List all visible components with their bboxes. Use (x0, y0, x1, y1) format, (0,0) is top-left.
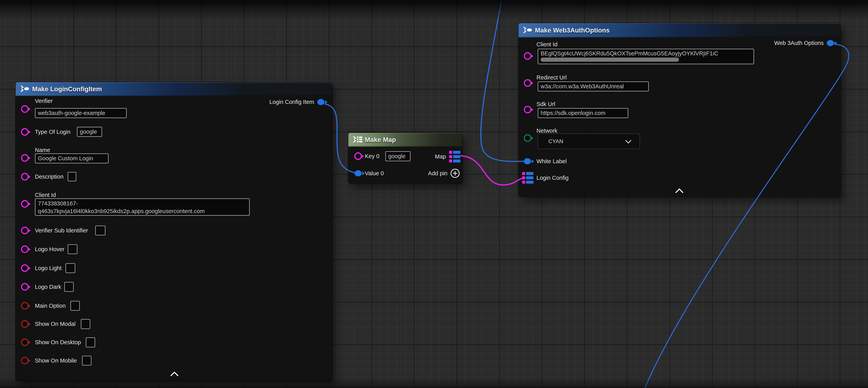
show-on-modal-checkbox[interactable] (81, 319, 90, 329)
show-on-modal-pin[interactable] (21, 320, 29, 328)
pin-label-sdk-url: Sdk Url (536, 101, 555, 108)
network-pin[interactable] (524, 134, 532, 142)
show-on-desktop-checkbox[interactable] (86, 337, 95, 348)
logo-light-pin[interactable] (21, 264, 29, 272)
pin-label-value-0: Value 0 (365, 170, 384, 177)
pin-label-network: Network (536, 127, 557, 134)
pin-label-name: Name (35, 147, 50, 153)
main-option-checkbox[interactable] (70, 301, 80, 311)
sdk-url-field[interactable]: https://sdk.openlogin.com (538, 108, 628, 118)
redirect-url-pin[interactable] (524, 79, 532, 87)
verifier-sub-identifier-pin[interactable] (21, 227, 29, 234)
pin-label-logo-dark: Logo Dark (35, 284, 61, 290)
node-header[interactable]: Make LoginConfigItem (16, 82, 332, 96)
logo-hover-field[interactable] (68, 244, 78, 254)
pin-label-verifier: Verifier (35, 98, 53, 104)
pin-label-type-of-login: Type Of Login (35, 129, 70, 135)
output-login-config-item: Login Config Item (270, 99, 324, 105)
horizontal-scrollbar[interactable] (540, 58, 679, 62)
node-title: Make Map (365, 136, 396, 144)
make-struct-icon (523, 26, 532, 34)
show-on-mobile-pin[interactable] (21, 357, 29, 364)
output-map: Map (435, 151, 460, 162)
name-field[interactable]: Google Custom Login (35, 153, 108, 163)
description-field[interactable] (68, 172, 76, 181)
key-0-field[interactable]: google (385, 151, 410, 161)
pin-label-white-label: White Label (536, 158, 567, 165)
pin-label-verifier-sub-identifier: Verifier Sub Identifier (35, 227, 88, 234)
redirect-url-field[interactable]: w3a://com.w3a.Web3AuthUnreal (538, 82, 649, 91)
pin-label-redirect-url: Redirect Url (536, 74, 567, 81)
chevron-down-icon (625, 138, 631, 144)
output-pin-label: Login Config Item (270, 99, 314, 105)
main-option-pin[interactable] (21, 302, 29, 310)
node-body (16, 96, 332, 381)
verifier-sub-identifier-field[interactable] (95, 226, 105, 235)
client-id-field[interactable]: BEglQSgt4cUWcj6SKRdu5QkOXTsePmMcusG5EAoy… (538, 49, 754, 64)
show-on-desktop-pin[interactable] (21, 338, 29, 346)
login-config-item-pin[interactable] (317, 99, 324, 105)
verifier-pin[interactable] (21, 105, 29, 113)
logo-dark-field[interactable] (64, 282, 74, 292)
pin-label-show-on-desktop: Show On Desktop (35, 339, 81, 346)
pin-label-logo-hover: Logo Hover (35, 246, 64, 252)
key-0-pin[interactable] (354, 152, 362, 160)
blueprint-graph-canvas[interactable]: Make LoginConfigItem Login Config Item V… (0, 0, 868, 388)
output-web3auth-options: Web 3Auth Options (774, 40, 834, 46)
logo-light-field[interactable] (65, 263, 75, 273)
client-id-field[interactable]: 774338308167- q463s7kpvja16l4l0kko3nb925… (35, 198, 250, 216)
pin-label-description: Description (35, 174, 63, 180)
node-header[interactable]: Make Map (348, 133, 462, 147)
logo-hover-pin[interactable] (21, 245, 29, 253)
map-output-pin[interactable] (449, 151, 460, 162)
client-id-line-2: q463s7kpvja16l4l0kko3nb925ikds2p.apps.go… (38, 207, 247, 215)
web3auth-options-pin[interactable] (827, 40, 834, 46)
name-pin[interactable] (21, 154, 29, 162)
output-pin-label: Web 3Auth Options (774, 40, 824, 46)
add-pin-icon[interactable] (451, 169, 460, 178)
pin-label-client-id: Client Id (35, 192, 56, 198)
pin-label-login-config: Login Config (536, 175, 569, 181)
pin-label-client-id: Client Id (536, 41, 557, 48)
node-title: Make LoginConfigItem (32, 85, 102, 93)
node-make-loginconfigitem[interactable]: Make LoginConfigItem Login Config Item V… (16, 82, 332, 381)
type-of-login-pin[interactable] (21, 128, 29, 136)
node-title: Make Web3AuthOptions (535, 27, 610, 34)
client-id-pin[interactable] (524, 52, 532, 60)
pin-label-show-on-mobile: Show On Mobile (35, 357, 77, 364)
node-make-map[interactable]: Make Map Key 0 google Map Value 0 Add pi… (348, 133, 462, 183)
node-header[interactable]: Make Web3AuthOptions (518, 23, 841, 37)
value-0-pin[interactable] (354, 170, 362, 176)
client-id-line-1: 774338308167- (38, 200, 247, 207)
network-selected-value: CYAN (548, 138, 563, 145)
make-struct-icon (20, 85, 29, 93)
verifier-field[interactable]: web3auth-google-example (35, 108, 127, 118)
add-pin-row[interactable]: Add pin (428, 169, 460, 178)
type-of-login-field[interactable]: google (77, 127, 102, 137)
logo-dark-pin[interactable] (21, 283, 29, 291)
pin-label-show-on-modal: Show On Modal (35, 321, 75, 327)
pin-label-main-option: Main Option (35, 303, 66, 309)
map-pin-label: Map (435, 153, 446, 160)
node-make-web3authoptions[interactable]: Make Web3AuthOptions Web 3Auth Options C… (518, 23, 841, 197)
pin-label-logo-light: Logo Light (35, 265, 61, 271)
client-id-value: BEglQSgt4cUWcj6SKRdu5QkOXTsePmMcusG5EAoy… (540, 50, 718, 57)
make-map-icon (352, 136, 363, 144)
show-on-mobile-checkbox[interactable] (82, 356, 91, 365)
pin-label-key-0: Key 0 (365, 153, 379, 159)
sdk-url-pin[interactable] (524, 106, 532, 114)
client-id-pin[interactable] (21, 200, 29, 208)
add-pin-label: Add pin (428, 170, 447, 177)
description-pin[interactable] (21, 173, 29, 181)
network-dropdown[interactable]: CYAN (538, 133, 640, 149)
